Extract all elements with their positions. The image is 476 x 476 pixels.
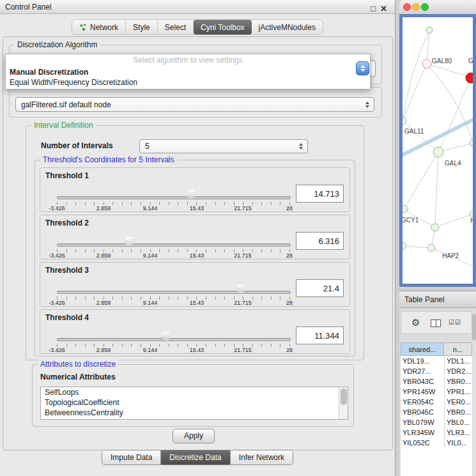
table-row[interactable]: YLR345W YLR3... (401, 427, 472, 438)
cell-shared[interactable]: YBR045C (401, 407, 444, 417)
table-row[interactable]: YDL19... YDL1... (401, 356, 472, 366)
network-canvas[interactable]: GAL80 GA GAL11 GAL4 GCY1 H HAP2 (403, 17, 473, 284)
algorithm-option-equal-width[interactable]: Equal Width/Frequency Discretization (6, 77, 370, 88)
scale-label: 21.715 (234, 300, 252, 306)
network-node[interactable] (426, 27, 433, 33)
table-row[interactable]: YPR145W YPR1... (401, 387, 472, 397)
slider-track[interactable] (57, 243, 291, 247)
cell-name[interactable]: YLR3... (444, 427, 472, 438)
table-row[interactable]: YIL052C YIL0... (401, 438, 472, 448)
scale-label: 2.859 (96, 300, 111, 306)
column-header-shared[interactable]: shared... (401, 342, 444, 356)
number-of-intervals-value: 5 (145, 142, 150, 151)
minimize-traffic-light-icon[interactable] (412, 3, 420, 11)
cell-name[interactable]: YBL0... (444, 417, 472, 427)
scale-label: 2.859 (96, 205, 111, 211)
tab-jactivemnodules[interactable]: jActiveMNodules (252, 20, 323, 35)
slider-track[interactable] (57, 338, 291, 341)
cell-shared[interactable]: YPR145W (401, 387, 444, 397)
threshold-panel-3: Threshold 3 -3.426 2.859 9.144 15.43 21.… (40, 262, 350, 307)
tab-label: Infer Network (239, 453, 284, 462)
scale-label: 9.144 (143, 300, 158, 306)
cell-shared[interactable]: YBL079W (401, 417, 444, 427)
cell-shared[interactable]: YDL19... (401, 356, 444, 366)
tab-style[interactable]: Style (126, 20, 158, 35)
apply-button[interactable]: Apply (173, 429, 215, 443)
gear-icon[interactable]: ⚙ (411, 317, 420, 328)
threshold-slider[interactable] (57, 284, 289, 296)
cell-shared[interactable]: YBR043C (401, 376, 444, 387)
cell-shared[interactable]: YIL052C (401, 438, 444, 448)
table-column-headers: shared... n... (401, 342, 472, 356)
select-columns-checkbox-icon[interactable]: ☑☑ (449, 319, 461, 326)
threshold-slider[interactable] (57, 190, 289, 201)
tab-infer-network[interactable]: Infer Network (231, 450, 293, 464)
float-window-icon[interactable]: □ (371, 2, 376, 16)
network-node[interactable] (470, 139, 473, 147)
algorithm-option-manual[interactable]: Manual Discretization (6, 67, 370, 77)
table-row[interactable]: YBR043C YBR0... (401, 376, 472, 387)
column-header-name[interactable]: n... (444, 342, 472, 356)
list-item[interactable]: BetweennessCentrality (41, 408, 348, 418)
cell-shared[interactable]: YER054C (401, 397, 444, 407)
list-scrollbar[interactable] (339, 387, 348, 419)
scrollbar-thumb[interactable] (472, 314, 476, 341)
slider-track[interactable] (57, 291, 291, 294)
table-panel-title: Table Panel (404, 295, 445, 304)
threshold-panel-4: Threshold 4 -3.426 2.859 9.144 15.43 21.… (40, 309, 350, 354)
columns-icon[interactable] (431, 319, 441, 327)
table-data-combobox[interactable]: galFiltered.sif default node (15, 97, 374, 112)
network-node-selected-red[interactable] (466, 73, 473, 83)
table-scrollbar[interactable] (472, 311, 476, 476)
table-row[interactable]: YER054C YER0... (401, 397, 472, 407)
list-item[interactable]: SelfLoops (41, 387, 348, 397)
tab-impute-data[interactable]: Impute Data (102, 450, 161, 464)
close-traffic-light-icon[interactable] (403, 3, 411, 11)
network-node-gcy1[interactable] (403, 205, 408, 213)
network-window-titlebar[interactable] (399, 0, 476, 15)
cell-shared[interactable]: YLR345W (401, 427, 444, 438)
scale-label: 15.43 (190, 205, 204, 211)
tab-discretize-data[interactable]: Discretize Data (161, 450, 230, 464)
tab-cyni-toolbox[interactable]: Cyni Toolbox (194, 20, 251, 35)
threshold-slider[interactable] (57, 332, 289, 343)
scrollbar-thumb[interactable] (341, 388, 347, 405)
network-node-hap2[interactable] (427, 244, 435, 252)
network-node[interactable] (431, 224, 439, 231)
threshold-slider[interactable] (57, 237, 289, 249)
number-of-intervals-label: Number of Intervals (41, 141, 113, 150)
table-row[interactable]: YBL079W YBL0... (401, 417, 472, 427)
network-node-gal80[interactable] (422, 59, 431, 68)
cell-name[interactable]: YER0... (444, 397, 472, 407)
cell-name[interactable]: YPR1... (444, 387, 472, 397)
cell-name[interactable]: YDL1... (444, 356, 472, 366)
zoom-traffic-light-icon[interactable] (421, 3, 429, 11)
cell-name[interactable]: YBR0... (444, 407, 472, 417)
network-node[interactable] (403, 242, 406, 250)
number-of-intervals-combobox[interactable]: 5 (139, 139, 308, 153)
list-item[interactable]: TopologicalCoefficient (41, 397, 348, 408)
table-row[interactable]: YDR27... YDR2... (401, 366, 472, 376)
numerical-attributes-list[interactable]: SelfLoops TopologicalCoefficient Between… (40, 387, 348, 420)
threshold-value-field[interactable]: 14.713 (296, 185, 344, 203)
cell-name[interactable]: YDR2... (444, 366, 472, 376)
combo-stepper-icon[interactable] (356, 61, 369, 75)
algorithm-group-title: Discretization Algorithm (15, 40, 100, 49)
tab-network[interactable]: Network (72, 20, 126, 35)
scale-label: 9.144 (143, 205, 158, 211)
threshold-value-field[interactable]: 6.316 (296, 232, 344, 250)
threshold-value-field[interactable]: 21.4 (296, 279, 344, 297)
cell-shared[interactable]: YDR27... (401, 366, 444, 376)
threshold-value-field[interactable]: 11.344 (296, 326, 344, 344)
table-data-value: galFiltered.sif default node (21, 100, 111, 109)
table-toolbar: ⚙ ☑☑ (401, 311, 472, 334)
scale-label: 28 (286, 347, 293, 353)
cell-name[interactable]: YIL0... (444, 438, 472, 448)
tab-select[interactable]: Select (158, 20, 194, 35)
interval-definition-title: Interval Definition (31, 121, 96, 130)
cell-name[interactable]: YBR0... (444, 376, 472, 387)
close-icon[interactable]: ✕ (380, 2, 387, 16)
network-node-gal4[interactable] (433, 147, 443, 157)
table-row[interactable]: YBR045C YBR0... (401, 407, 472, 417)
slider-track[interactable] (57, 196, 291, 199)
